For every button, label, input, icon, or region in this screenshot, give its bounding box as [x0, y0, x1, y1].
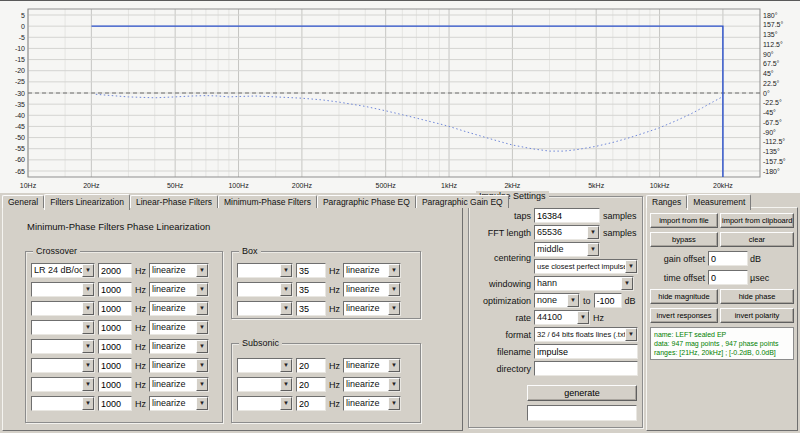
bypass-button[interactable]: bypass	[650, 232, 718, 247]
crossover-filter-select[interactable]: ▼	[31, 301, 95, 316]
subsonic-filter-select[interactable]: ▼	[237, 358, 293, 373]
tab-ranges[interactable]: Ranges	[646, 195, 687, 208]
subsonic-freq-input[interactable]	[296, 396, 326, 411]
box-mode-select[interactable]: linearize▼	[343, 263, 401, 278]
gain-offset-label: gain offset	[650, 254, 706, 264]
subsonic-mode-select[interactable]: linearize▼	[343, 396, 401, 411]
tab-linear-phase-filters[interactable]: Linear-Phase Filters	[130, 195, 218, 208]
crossover-mode-select[interactable]: linearize▼	[149, 339, 209, 354]
format-select[interactable]: 32 / 64 bits floats lines (.txt)▼	[534, 327, 638, 342]
crossover-mode-select[interactable]: linearize▼	[149, 263, 209, 278]
subsonic-filter-select[interactable]: ▼	[237, 396, 293, 411]
crossover-filter-select[interactable]: ▼	[31, 377, 95, 392]
chevron-down-icon: ▼	[567, 294, 579, 307]
import-from-file-button[interactable]: import from file	[650, 213, 718, 228]
box-filter-select[interactable]: ▼	[237, 263, 293, 278]
rate-label: rate	[475, 313, 531, 323]
chevron-down-icon: ▼	[280, 359, 292, 372]
svg-text:10Hz: 10Hz	[20, 182, 37, 189]
svg-text:-35: -35	[15, 101, 25, 108]
import-from-clipboard-button[interactable]: import from clipboard	[720, 213, 794, 228]
tab-paragraphic-gain-eq[interactable]: Paragraphic Gain EQ	[416, 195, 509, 208]
directory-input[interactable]	[534, 361, 638, 376]
filename-input[interactable]	[534, 344, 638, 359]
gain-offset-unit: dB	[750, 254, 761, 264]
optimization-unit: dB	[625, 296, 636, 306]
clear-button[interactable]: clear	[720, 232, 794, 247]
invert-responses-button[interactable]: invert responses	[650, 308, 718, 323]
crossover-filter-select[interactable]: LR 24 dB/oct▼	[31, 263, 95, 278]
box-mode-select[interactable]: linearize▼	[343, 282, 401, 297]
fft-length-select[interactable]: 65536▼	[534, 225, 600, 240]
crossover-mode-select[interactable]: linearize▼	[149, 282, 209, 297]
crossover-filter-select[interactable]: ▼	[31, 320, 95, 335]
crossover-filter-select[interactable]: ▼	[31, 339, 95, 354]
subsonic-freq-input[interactable]	[296, 377, 326, 392]
taps-input[interactable]	[534, 208, 600, 223]
centering-mode-select[interactable]: use closest perfect impulse▼	[534, 259, 638, 274]
box-filter-select[interactable]: ▼	[237, 282, 293, 297]
generate-button[interactable]: generate	[527, 385, 637, 401]
gain-offset-input[interactable]	[708, 251, 748, 266]
crossover-freq-input[interactable]	[98, 339, 132, 354]
crossover-mode-select[interactable]: linearize▼	[149, 358, 209, 373]
box-filter-select-value	[238, 302, 280, 315]
svg-text:200Hz: 200Hz	[292, 182, 313, 189]
rate-select[interactable]: 44100▼	[534, 310, 590, 325]
subsonic-row: ▼Hzlinearize▼	[237, 375, 415, 394]
crossover-hz-label: Hz	[135, 361, 146, 371]
chevron-down-icon: ▼	[196, 340, 208, 353]
tab-general[interactable]: General	[2, 195, 44, 208]
crossover-filter-select[interactable]: ▼	[31, 282, 95, 297]
crossover-freq-input[interactable]	[98, 358, 132, 373]
subsonic-mode-select[interactable]: linearize▼	[343, 358, 401, 373]
box-mode-select[interactable]: linearize▼	[343, 301, 401, 316]
crossover-freq-input[interactable]	[98, 320, 132, 335]
svg-text:-67.5°: -67.5°	[763, 119, 782, 126]
optimization-db-input[interactable]	[594, 293, 622, 308]
chevron-down-icon: ▼	[280, 264, 292, 277]
windowing-select[interactable]: hann▼	[534, 276, 634, 291]
page-title: Minimum-Phase Filters Phase Linearizatio…	[27, 221, 210, 232]
svg-text:-45°: -45°	[763, 109, 776, 116]
tab-measurement[interactable]: Measurement	[687, 194, 751, 210]
tab-paragraphic-phase-eq[interactable]: Paragraphic Phase EQ	[317, 195, 416, 208]
subsonic-mode-select-value: linearize	[344, 378, 388, 391]
crossover-freq-input[interactable]	[98, 396, 132, 411]
subsonic-freq-input[interactable]	[296, 358, 326, 373]
chevron-down-icon: ▼	[82, 321, 94, 334]
filename-label: filename	[475, 347, 531, 357]
box-freq-input[interactable]	[296, 263, 326, 278]
tab-minimum-phase-filters[interactable]: Minimum-Phase Filters	[218, 195, 317, 208]
crossover-filter-select[interactable]: ▼	[31, 358, 95, 373]
hide-phase-button[interactable]: hide phase	[720, 289, 794, 304]
optimization-select[interactable]: none▼	[534, 293, 580, 308]
box-filter-select[interactable]: ▼	[237, 301, 293, 316]
subsonic-hz-label: Hz	[329, 380, 340, 390]
crossover-row: ▼Hzlinearize▼	[31, 280, 217, 299]
taps-label: taps	[475, 211, 531, 221]
subsonic-mode-select[interactable]: linearize▼	[343, 377, 401, 392]
crossover-mode-select[interactable]: linearize▼	[149, 320, 209, 335]
centering-select[interactable]: middle▼	[534, 242, 600, 257]
subsonic-filter-select[interactable]: ▼	[237, 377, 293, 392]
invert-polarity-button[interactable]: invert polarity	[720, 308, 794, 323]
time-offset-input[interactable]	[708, 270, 748, 285]
crossover-mode-select[interactable]: linearize▼	[149, 377, 209, 392]
crossover-freq-input[interactable]	[98, 377, 132, 392]
hide-magnitude-button[interactable]: hide magnitude	[650, 289, 718, 304]
rate-label-row: rate44100▼Hz	[469, 309, 642, 326]
crossover-mode-select[interactable]: linearize▼	[149, 396, 209, 411]
crossover-freq-input[interactable]	[98, 263, 132, 278]
crossover-filter-select[interactable]: ▼	[31, 396, 95, 411]
crossover-legend: Crossover	[33, 246, 80, 256]
crossover-mode-select[interactable]: linearize▼	[149, 301, 209, 316]
crossover-freq-input[interactable]	[98, 282, 132, 297]
svg-text:-50: -50	[15, 134, 25, 141]
frequency-response-graph[interactable]: 50-5-10-15-20-25-30-35-40-45-50-55-60-65…	[0, 0, 800, 192]
crossover-freq-input[interactable]	[98, 301, 132, 316]
box-freq-input[interactable]	[296, 301, 326, 316]
tab-filters-linearization[interactable]: Filters Linearization	[44, 194, 130, 210]
box-freq-input[interactable]	[296, 282, 326, 297]
crossover-filter-select-value	[32, 321, 82, 334]
